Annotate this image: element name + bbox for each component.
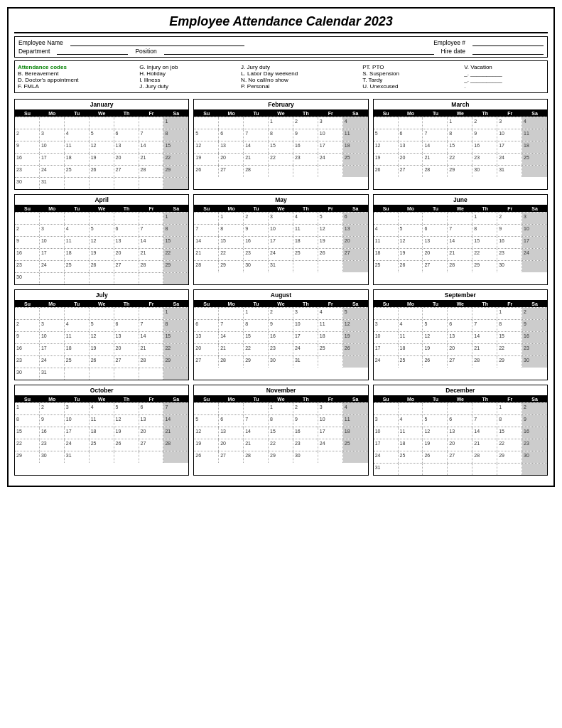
cal-cell: 8 bbox=[472, 225, 497, 236]
cal-cell: 5 bbox=[114, 403, 139, 414]
cal-cell: 11 bbox=[522, 129, 547, 141]
day-number: 4 bbox=[375, 226, 378, 231]
cal-cell bbox=[194, 117, 219, 129]
cal-cell: 18 bbox=[522, 141, 547, 153]
day-number: 9 bbox=[499, 226, 502, 231]
cal-cell bbox=[219, 308, 244, 319]
cal-cell bbox=[448, 308, 472, 319]
cal-cell: 24 bbox=[374, 356, 399, 368]
day-number: 24 bbox=[499, 155, 504, 160]
day-number: 10 bbox=[66, 417, 72, 422]
day-number: 30 bbox=[270, 358, 276, 363]
cal-cell: 19 bbox=[194, 439, 219, 451]
day-number: 13 bbox=[220, 143, 226, 148]
day-number: 21 bbox=[245, 441, 251, 446]
cal-cell: 12 bbox=[374, 141, 399, 153]
day-number: 17 bbox=[375, 441, 381, 446]
day-header-su: Su bbox=[374, 301, 399, 307]
cal-cell: 27 bbox=[219, 451, 244, 463]
cal-cell: 11 bbox=[65, 332, 90, 343]
cal-cell: 12 bbox=[423, 332, 448, 343]
employee-num-label: Employee # bbox=[433, 39, 465, 46]
day-number: 6 bbox=[116, 131, 119, 136]
cal-cell: 11 bbox=[90, 415, 114, 427]
cal-cell: 13 bbox=[448, 427, 472, 439]
day-number: 28 bbox=[245, 453, 251, 458]
day-header-su: Su bbox=[15, 301, 40, 307]
cal-cell: 28 bbox=[472, 356, 497, 368]
day-number: 8 bbox=[165, 131, 168, 136]
cal-cell: 26 bbox=[423, 451, 448, 463]
day-number: 29 bbox=[449, 167, 455, 172]
day-header-mo: Mo bbox=[399, 110, 423, 117]
week-2: 10111213141516 bbox=[374, 331, 547, 343]
week-4: 23242526272829 bbox=[15, 260, 188, 272]
day-number: 18 bbox=[66, 346, 72, 350]
day-number: 12 bbox=[320, 226, 325, 231]
day-number: 26 bbox=[91, 262, 97, 267]
cal-cell: 16 bbox=[472, 141, 497, 153]
day-number: 21 bbox=[474, 346, 480, 350]
cal-cell: 27 bbox=[114, 261, 139, 272]
code-v: V. Vacation bbox=[464, 64, 544, 70]
day-number: 13 bbox=[116, 143, 121, 148]
day-header-tu: Tu bbox=[244, 301, 269, 307]
week-4: 24252627282930 bbox=[374, 451, 547, 463]
day-number: 16 bbox=[16, 155, 22, 160]
cal-cell: 13 bbox=[114, 237, 139, 248]
cal-cell bbox=[293, 166, 318, 177]
day-header-su: Su bbox=[194, 396, 219, 402]
cal-cell bbox=[163, 451, 188, 463]
day-number: 26 bbox=[424, 453, 430, 458]
cal-cell bbox=[472, 308, 497, 319]
cal-cell: 5 bbox=[90, 129, 114, 141]
day-number: 14 bbox=[474, 333, 480, 338]
week-1: 3456789 bbox=[374, 414, 547, 427]
day-header-su: Su bbox=[194, 301, 219, 307]
day-number: 15 bbox=[16, 429, 22, 434]
day-number: 3 bbox=[499, 119, 502, 124]
week-2: 11121314151617 bbox=[374, 236, 547, 248]
day-number: 20 bbox=[449, 441, 455, 446]
day-number: 22 bbox=[499, 346, 504, 350]
cal-cell: 29 bbox=[219, 261, 244, 272]
day-number: 27 bbox=[141, 441, 146, 446]
cal-cell: 23 bbox=[15, 261, 40, 272]
cal-cell: 20 bbox=[139, 427, 164, 439]
code-n: N. No call/no show bbox=[241, 77, 361, 83]
cal-cell: 24 bbox=[269, 249, 293, 260]
cal-cell bbox=[472, 403, 497, 414]
cal-cell bbox=[90, 213, 114, 224]
day-number: 2 bbox=[295, 119, 298, 124]
day-number: 12 bbox=[424, 333, 430, 338]
day-number: 20 bbox=[220, 155, 226, 160]
day-number: 4 bbox=[400, 321, 403, 326]
cal-cell: 2 bbox=[244, 213, 269, 224]
cal-cell: 2 bbox=[40, 403, 65, 414]
day-number: 23 bbox=[16, 262, 22, 267]
day-number: 22 bbox=[270, 155, 276, 160]
cal-cell: 20 bbox=[114, 249, 139, 260]
codes-title: Attendance codes bbox=[18, 64, 138, 70]
day-header-th: Th bbox=[114, 396, 139, 402]
cal-cell: 20 bbox=[399, 154, 423, 165]
day-number: 24 bbox=[375, 453, 381, 458]
day-number: 24 bbox=[320, 441, 325, 446]
cal-cell: 17 bbox=[374, 344, 399, 355]
day-header-tu: Tu bbox=[244, 110, 269, 117]
day-header-tu: Tu bbox=[423, 301, 448, 307]
cal-cell: 5 bbox=[194, 415, 219, 427]
cal-cell bbox=[318, 261, 343, 272]
cal-cell bbox=[90, 273, 114, 284]
day-number: 9 bbox=[270, 321, 273, 326]
cal-cell: 29 bbox=[269, 451, 293, 463]
cal-cell: 19 bbox=[90, 249, 114, 260]
cal-cell: 26 bbox=[374, 166, 399, 177]
day-number: 29 bbox=[165, 167, 171, 172]
cal-cell: 20 bbox=[219, 154, 244, 165]
day-header-we: We bbox=[448, 205, 472, 212]
cal-cell: 17 bbox=[65, 427, 90, 439]
day-number: 27 bbox=[116, 262, 121, 267]
day-number: 19 bbox=[345, 333, 350, 338]
week-0: 12 bbox=[374, 402, 547, 414]
